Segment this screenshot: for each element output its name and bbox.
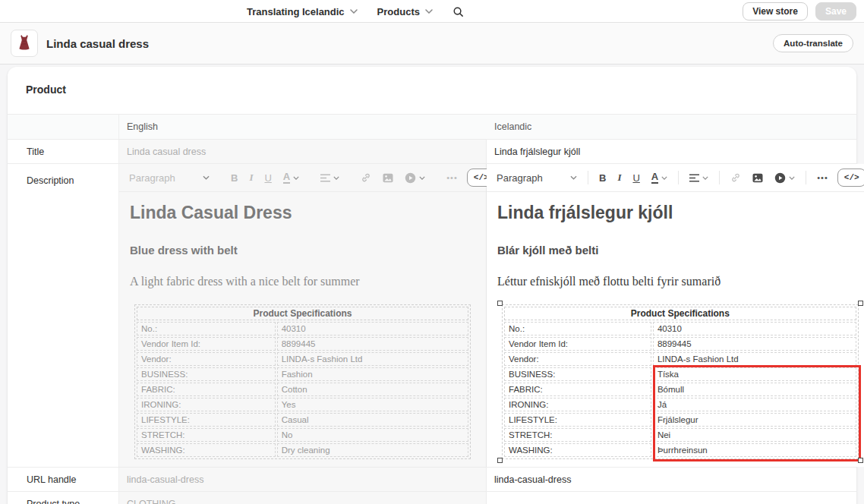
image-icon (752, 173, 763, 183)
code-view-button[interactable]: </> (837, 169, 864, 187)
description-subheading[interactable]: Blár kjóll með belti (497, 244, 863, 257)
chevron-down-icon (661, 176, 667, 180)
products-dropdown[interactable]: Products (377, 6, 433, 17)
spec-label-cell[interactable]: STRETCH: (504, 428, 651, 442)
spec-value-cell: Cotton (277, 383, 468, 396)
column-header-english: English (119, 115, 487, 139)
spec-label-cell[interactable]: FABRIC: (504, 383, 651, 396)
chevron-down-icon (789, 176, 795, 180)
spec-value-cell[interactable]: Frjálslegur (653, 413, 856, 427)
spec-label-cell: Vendor: (137, 352, 276, 366)
spec-label-cell[interactable]: WASHING: (504, 443, 651, 457)
spec-value-cell[interactable]: Nei (653, 428, 856, 442)
save-button: Save (815, 2, 856, 20)
selection-handle[interactable] (858, 458, 863, 463)
editor-content-icelandic[interactable]: Linda frjálslegur kjóll Blár kjóll með b… (487, 192, 864, 467)
title-english-value: Linda casual dress (119, 140, 487, 163)
spec-label-cell: STRETCH: (137, 428, 276, 442)
spec-value-cell: Fashion (277, 367, 468, 381)
more-options-button[interactable]: ••• (815, 172, 831, 184)
spec-label-cell[interactable]: BUSINESS: (504, 367, 651, 381)
selection-handle[interactable] (858, 301, 863, 306)
spec-label-cell: LIFESTYLE: (137, 413, 276, 427)
spec-value-cell[interactable]: 40310 (653, 322, 856, 335)
page-title: Linda casual dress (46, 37, 149, 50)
spec-value-cell[interactable]: Já (653, 398, 856, 411)
auto-translate-button[interactable]: Auto-translate (773, 34, 853, 52)
spec-value-cell[interactable]: 8899445 (653, 337, 856, 351)
chevron-down-icon (425, 9, 433, 14)
spec-label-cell: IRONING: (137, 398, 276, 411)
product-type-english-value: CLOTHING (119, 492, 487, 504)
spec-table-wrap-icelandic: Product SpecificationsNo.:40310Vendor It… (502, 304, 859, 459)
spec-label-cell[interactable]: IRONING: (504, 398, 651, 411)
more-options-button: ••• (444, 172, 460, 184)
alignment-button (318, 172, 342, 184)
spec-table-title: Product Specifications (137, 307, 468, 320)
video-button[interactable] (772, 171, 797, 185)
text-color-button: A (281, 170, 301, 185)
spec-table-icelandic[interactable]: Product SpecificationsNo.:40310Vendor It… (502, 304, 859, 459)
chevron-down-icon (350, 9, 358, 14)
product-type-icelandic-input[interactable] (487, 492, 856, 504)
spec-row: LIFESTYLE:Frjálslegur (504, 413, 856, 427)
spec-row: STRETCH:Nei (504, 428, 856, 442)
spec-value-cell: Yes (277, 398, 468, 411)
row-label-description: Description (8, 164, 119, 467)
topnav: Translating Icelandic Products (247, 0, 464, 23)
spec-value-cell: LINDA-s Fashion Ltd (277, 352, 468, 366)
spec-row: Vendor:LINDA-s Fashion Ltd (504, 352, 856, 366)
search-button[interactable] (452, 6, 464, 17)
paragraph-style-dropdown[interactable]: Paragraph (494, 171, 579, 185)
spec-row: Vendor Item Id:8899445 (504, 337, 856, 351)
spec-value-cell: No (277, 428, 468, 442)
column-header-icelandic: Icelandic (487, 115, 856, 139)
editor-content-english: Linda Casual Dress Blue dress with belt … (119, 192, 486, 467)
bold-button[interactable]: B (597, 171, 608, 185)
italic-button[interactable]: I (615, 170, 623, 185)
spec-row: BUSINESS:Tíska (504, 367, 856, 381)
spec-label-cell[interactable]: No.: (504, 322, 651, 335)
chevron-down-icon (333, 176, 339, 180)
spec-label-cell: BUSINESS: (137, 367, 276, 381)
description-editor-icelandic: Paragraph B I U A (487, 164, 864, 467)
alignment-button[interactable] (687, 172, 711, 184)
topbar: Translating Icelandic Products View stor… (0, 0, 864, 23)
translating-language-dropdown[interactable]: Translating Icelandic (247, 6, 358, 17)
underline-button[interactable]: U (630, 171, 642, 185)
spec-row: WASHING:Dry cleaning (137, 443, 468, 457)
spec-table-title[interactable]: Product Specifications (504, 307, 856, 320)
products-label: Products (377, 6, 420, 17)
chevron-down-icon (570, 175, 577, 180)
description-paragraph[interactable]: Léttur efniskjóll með flottu belti fyrir… (497, 275, 863, 288)
spec-value-cell[interactable]: Bómull (653, 383, 856, 396)
view-store-button[interactable]: View store (743, 2, 808, 20)
chevron-down-icon (203, 175, 210, 180)
bold-button: B (229, 171, 240, 185)
page-header: Linda casual dress Auto-translate (0, 23, 864, 65)
url-handle-icelandic-input[interactable]: linda-casual-dress (487, 468, 856, 491)
section-title: Product (8, 67, 856, 114)
underline-button: U (262, 171, 273, 185)
text-color-button[interactable]: A (649, 170, 670, 185)
spec-label-cell[interactable]: LIFESTYLE: (504, 413, 651, 427)
image-icon (383, 173, 393, 183)
spec-value-cell: Dry cleaning (277, 443, 468, 457)
selection-handle[interactable] (497, 458, 503, 463)
image-button[interactable] (750, 172, 765, 184)
spec-value-cell[interactable]: LINDA-s Fashion Ltd (653, 352, 856, 366)
spec-label-cell[interactable]: Vendor Item Id: (504, 337, 651, 351)
toolbar-divider (678, 171, 679, 184)
spec-row: BUSINESS:Fashion (137, 367, 468, 381)
selection-handle[interactable] (497, 301, 503, 306)
product-card: Product English Icelandic Title Linda ca… (8, 67, 856, 504)
title-icelandic-input[interactable]: Linda frjálslegur kjóll (487, 140, 856, 163)
spec-label-cell[interactable]: Vendor: (504, 352, 651, 366)
chevron-down-icon (419, 176, 425, 180)
translating-language-label: Translating Icelandic (247, 6, 345, 17)
description-heading[interactable]: Linda frjálslegur kjóll (497, 203, 863, 223)
spec-row: IRONING:Yes (137, 398, 468, 411)
spec-label-cell: Vendor Item Id: (137, 337, 276, 351)
spec-value-cell[interactable]: Tíska (653, 367, 856, 381)
spec-value-cell[interactable]: Þurrhreinsun (653, 443, 856, 457)
